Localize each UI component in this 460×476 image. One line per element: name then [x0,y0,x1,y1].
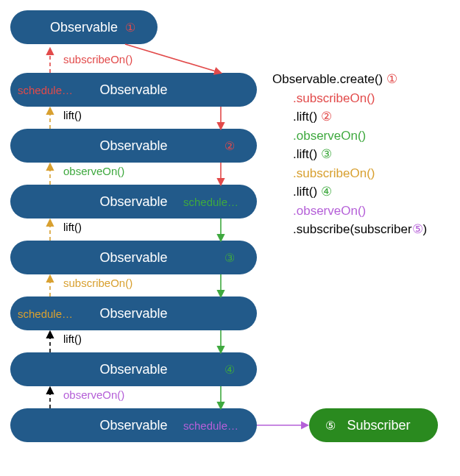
code-line-subscribeon-2: .subscribeOn() [272,164,456,183]
schedule-text-red: schedule… [18,84,73,96]
edge-label-observeon-2: observeOn() [63,388,124,401]
node-label: Observable [99,194,167,210]
svg-line-7 [125,44,221,73]
badge-1: ① [125,21,135,35]
observable-node-2: Observable schedule… [10,73,257,107]
badge-4: ④ [224,363,235,377]
edge-label-lift-2: lift() [63,221,82,233]
node-label: Observable [99,362,167,377]
code-line-observeon-2: .observeOn() [272,202,456,221]
node-label: Observable [99,250,167,266]
subscriber-node: ⑤ Subscriber [309,408,438,442]
node-label: Observable [99,82,167,98]
code-line-subscribeon-1: .subscribeOn() [272,89,456,108]
edge-label-lift-3: lift() [63,333,82,345]
code-line-create: Observable.create() ① [272,70,456,89]
node-label: Observable [99,418,167,433]
observable-node-8: Observable schedule… [10,408,257,442]
schedule-text-gold: schedule… [18,308,73,320]
badge-5: ⑤ [325,419,336,433]
observable-node-4: Observable schedule… [10,185,257,219]
node-label: Observable [99,306,167,322]
observable-node-1: Observable ① [10,10,158,44]
edge-label-subscribeon-1: subscribeOn() [63,53,132,65]
edge-label-observeon-1: observeOn() [63,165,124,177]
badge-3: ③ [224,251,235,265]
observable-node-5: Observable ③ [10,241,257,274]
badge-2: ② [224,139,235,153]
node-label: Subscriber [347,418,410,433]
node-label: Observable [99,138,167,154]
schedule-text-green: schedule… [183,196,238,208]
code-line-lift-1: .lift() ② [272,107,456,127]
edge-label-subscribeon-2: subscribeOn() [63,277,132,289]
observable-node-6: Observable schedule… [10,296,257,330]
code-line-lift-2: .lift() ③ [272,145,456,164]
schedule-text-purple: schedule… [183,419,238,432]
observable-node-7: Observable ④ [10,352,257,386]
code-line-subscribe: .subscribe(subscriber⑤) [272,220,456,239]
node-label: Observable [50,20,118,35]
code-line-observeon-1: .observeOn() [272,127,456,146]
code-listing: Observable.create() ① .subscribeOn() .li… [272,70,456,239]
observable-node-3: Observable ② [10,129,257,163]
code-line-lift-3: .lift() ④ [272,182,456,202]
edge-label-lift-1: lift() [63,109,82,121]
diagram-canvas: Observable ① Observable schedule… Observ… [0,0,460,476]
